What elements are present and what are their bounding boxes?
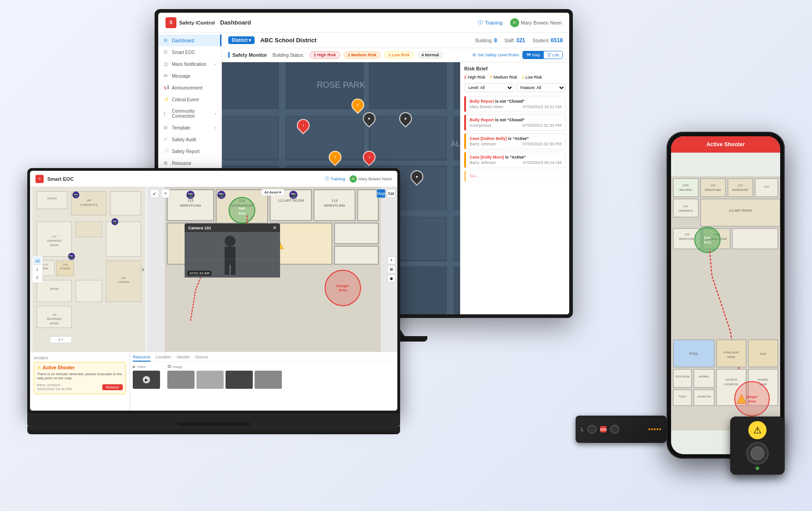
map-view-button[interactable]: 🗺 Map — [523, 51, 544, 59]
phone-status-text: Active Shooter — [707, 141, 745, 148]
svg-text:WOOD: WOOD — [50, 244, 58, 247]
fp-map-view[interactable]: Map — [376, 189, 386, 198]
sidebar-item-safety-report[interactable]: 📄 Safety Report — [158, 145, 221, 157]
svg-text:Safe: Safe — [239, 207, 246, 210]
tool-all[interactable]: All — [33, 257, 41, 265]
svg-text:WRESTLING: WRESTLING — [705, 189, 721, 191]
list-view-button[interactable]: ☰ List — [544, 51, 562, 59]
nav-arrow[interactable]: › — [142, 265, 144, 273]
risk-card-4[interactable]: Case [Kelly More] is "Active" Barry John… — [464, 152, 566, 168]
sidebar-item-community-connection[interactable]: ⟨ Community Connection › — [158, 105, 221, 122]
set-rules-button[interactable]: ⚙ Set Safety Level Rules — [472, 53, 519, 57]
risk-card-1[interactable]: Bully Report is not "Closed" Mary Bowen … — [464, 96, 566, 112]
sidebar-item-dashboard[interactable]: ⊞ Dashboard — [158, 35, 221, 46]
sidebar-item-message[interactable]: ✉ Message — [158, 70, 221, 82]
image-thumb-4[interactable] — [255, 371, 282, 389]
level-filter[interactable]: Level: All — [464, 83, 514, 92]
camera-feed: 10:51:33 AM — [185, 232, 280, 278]
tab-sender[interactable]: Sender — [177, 355, 190, 362]
map-pin-orange-3[interactable]: ! — [329, 151, 341, 164]
sidebar-item-smart-eoc[interactable]: ⊡ Smart EOC — [158, 46, 221, 58]
map-pin-normal-3[interactable]: ● — [363, 112, 376, 125]
tab-resource[interactable]: Resource — [133, 355, 150, 362]
fp-satellite-view[interactable]: Sat — [386, 189, 396, 198]
svg-text:WRESTLING: WRESTLING — [324, 203, 345, 208]
map-pin-normal-1[interactable]: ● — [399, 112, 412, 125]
tool-1[interactable]: 1 — [33, 265, 41, 273]
sidebar-item-template[interactable]: ⊟ Template › — [158, 122, 221, 134]
svg-point-152 — [735, 382, 769, 416]
map-zoom-control[interactable]: + — [387, 256, 396, 264]
device-button-left[interactable] — [587, 425, 596, 434]
svg-text:ISSUE: ISSUE — [727, 356, 735, 358]
svg-text:115A: 115A — [760, 352, 766, 355]
all-asset-dropdown[interactable]: All Asset ▾ — [261, 189, 285, 196]
image-thumb-1[interactable] — [167, 371, 195, 389]
sidebar-item-critical-event[interactable]: ⚡ Critical Event — [158, 94, 221, 105]
camera-close-button[interactable]: ✕ — [273, 225, 276, 230]
floor-plan-main: ↙ + Map Sat 115 WRESTLING — [148, 187, 397, 352]
dot-1 — [648, 428, 650, 430]
svg-text:📷: 📷 — [69, 254, 74, 258]
chevron-icon: › — [215, 62, 216, 66]
tab-source[interactable]: Source — [195, 355, 209, 362]
svg-rect-80 — [335, 246, 378, 264]
map-pin-high-1[interactable]: ! — [297, 119, 310, 132]
image-thumb-3[interactable] — [226, 371, 253, 389]
sidebar-item-announcement[interactable]: 📢 Announcement — [158, 82, 221, 94]
map-filter-control[interactable]: ◉ — [387, 274, 396, 283]
danger-area: DangerArea — [325, 270, 361, 306]
fp-zoom-in[interactable]: + — [161, 189, 170, 198]
svg-text:ALAMITOS BEACH: ALAMITOS BEACH — [451, 139, 460, 148]
fp-move-tool[interactable]: ↙ — [150, 189, 159, 198]
seoc-training-link[interactable]: ⓘ Training — [325, 176, 345, 182]
camera-popup: Camera 101 ✕ — [185, 223, 280, 278]
district-badge[interactable]: District ▾ — [228, 36, 255, 44]
alarm-led — [756, 466, 759, 470]
map-pin-high-2[interactable]: ! — [363, 151, 376, 164]
app-header: S Safety iControl Dashboard ⓘ Training M… — [158, 13, 569, 33]
svg-text:SHOWER: SHOWER — [699, 375, 709, 378]
map-layer-control[interactable]: ⊞ — [387, 265, 396, 273]
phone-status-bar: Active Shooter — [671, 136, 780, 153]
video-thumbs: ▶ — [133, 371, 160, 389]
feature-filter[interactable]: Feature: All — [516, 83, 566, 92]
svg-rect-106 — [701, 179, 726, 197]
svg-rect-53 — [76, 280, 102, 302]
mini-device: L SOS — [576, 416, 667, 452]
risk-brief-title: Risk Brief — [464, 66, 566, 71]
alarm-button[interactable] — [746, 442, 769, 465]
status-badge-medium: 2 Medium Risk — [344, 51, 381, 59]
svg-point-126 — [695, 227, 720, 253]
video-thumb-1[interactable]: ▶ — [133, 371, 160, 389]
app-logo: S Safety iControl — [165, 17, 220, 28]
sidebar-item-resource[interactable]: ⊞ Resource — [158, 157, 221, 169]
svg-rect-16 — [455, 167, 460, 209]
svg-text:OFFICE: OFFICE — [47, 197, 57, 200]
tab-location[interactable]: Location — [156, 355, 171, 362]
release-button[interactable]: Release — [102, 384, 123, 390]
camera-title: Camera 101 — [188, 226, 211, 230]
sidebar-item-mass-notification[interactable]: ◫ Mass Notification › — [158, 58, 221, 70]
building-stat: Building: 8 — [475, 37, 497, 44]
app-name: Safety iControl — [179, 20, 215, 25]
status-badge-high: 2 High Risk — [310, 51, 340, 59]
svg-text:112 ART ROOM: 112 ART ROOM — [278, 198, 304, 203]
training-link[interactable]: ⓘ Training — [478, 19, 502, 26]
seoc-avatar: M — [350, 175, 357, 183]
video-section: ▶ Video ▶ — [133, 365, 160, 389]
svg-text:115: 115 — [764, 185, 769, 188]
risk-card-2[interactable]: Bully Report is not "Closed" Anonymous 0… — [464, 114, 566, 131]
tool-2[interactable]: 2 — [33, 273, 41, 282]
risk-card-5[interactable]: Ca... — [464, 170, 566, 182]
svg-text:WRESTLING: WRESTLING — [180, 203, 201, 208]
training-icon: ⓘ — [478, 19, 483, 26]
map-pin-normal-2[interactable]: ● — [411, 170, 423, 183]
image-thumb-2[interactable] — [196, 371, 224, 389]
risk-card-3[interactable]: Case [Dalton Belly] is "Active" Barry Jo… — [464, 133, 566, 149]
play-icon: ▶ — [143, 376, 150, 383]
svg-text:TRAINING: TRAINING — [757, 378, 768, 381]
map-pin-medium-1[interactable]: ! — [351, 99, 364, 111]
device-button-right[interactable] — [610, 425, 619, 434]
sidebar-item-safety-audit[interactable]: ✓ Safety Audit — [158, 134, 221, 145]
